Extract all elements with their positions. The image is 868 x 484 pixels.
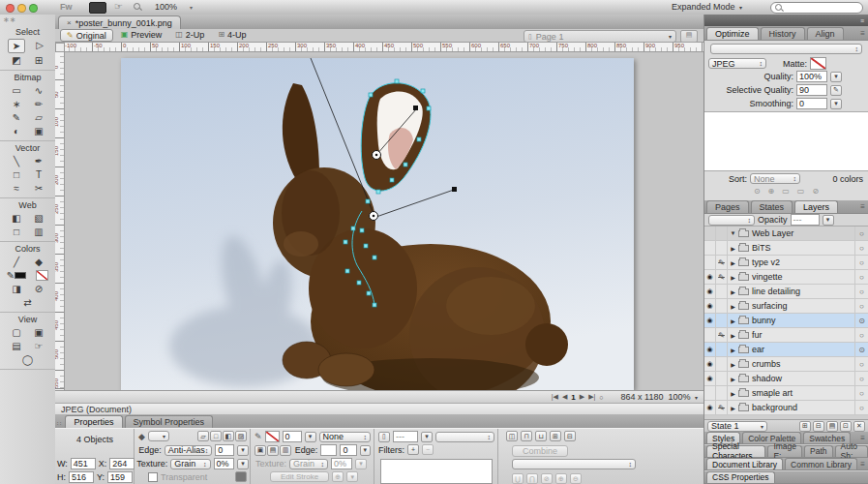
selective-quality-field[interactable]: 90	[796, 84, 827, 96]
layer-row[interactable]: ✎▶fur○	[704, 328, 868, 343]
expand-arrow[interactable]: ▶	[728, 245, 738, 252]
panel-menu-icon[interactable]: ≡	[860, 202, 865, 211]
visibility-toggle[interactable]: ◉	[704, 299, 716, 313]
slice-tool[interactable]: ▧	[31, 212, 46, 225]
default-colors-button[interactable]: ◨	[9, 283, 24, 295]
layer-opacity-arrow[interactable]: ▾	[823, 215, 834, 226]
add-color-button[interactable]: ⊙	[754, 187, 761, 196]
hide-slices-tool[interactable]: □	[9, 226, 24, 238]
layer-row[interactable]: ◉▶shadow○	[704, 372, 868, 386]
layer-row[interactable]: ◉▶line detailing○	[704, 285, 868, 299]
inset-path-button[interactable]: ⊖	[570, 473, 582, 484]
quality-arrow[interactable]: ▾	[830, 72, 842, 82]
eraser-tool[interactable]: ▱	[31, 111, 46, 124]
blend-mode-select[interactable]: ↕	[435, 432, 494, 442]
vertical-ruler[interactable]: 050100150200250300350400450500550	[55, 52, 65, 390]
no-color-button[interactable]: ⊘	[31, 283, 46, 295]
layer-row[interactable]: ✎▶type v2○	[704, 256, 868, 270]
layer-row[interactable]: ▶BiTS○	[704, 241, 868, 256]
saved-settings-select[interactable]: ↕	[710, 44, 862, 54]
stroke-color-well[interactable]: ✎	[6, 269, 27, 282]
ruler-corner[interactable]	[55, 43, 65, 52]
page-selector[interactable]: ▯ Page 1 ▾	[524, 30, 676, 43]
stroke-size-arrow[interactable]: ▾	[305, 432, 316, 442]
visibility-toggle[interactable]	[704, 328, 716, 342]
tab-align[interactable]: Align	[807, 27, 844, 40]
expand-arrow[interactable]: ▶	[728, 361, 738, 368]
tab-document-library[interactable]: Document Library	[706, 458, 783, 469]
zoom-dropdown-arrow-icon[interactable]: ▾	[190, 4, 193, 11]
view-original-button[interactable]: ✎Original	[60, 29, 113, 42]
tab-image-e-[interactable]: Image E:	[767, 445, 802, 457]
layer-state-radio[interactable]: ⊙	[854, 314, 868, 327]
matte-color-swatch[interactable]	[810, 57, 826, 70]
lasso-tool[interactable]: ∿	[31, 84, 46, 97]
layer-row[interactable]: ◉✎▶vingette○	[704, 270, 868, 285]
paint-bucket-tool[interactable]: ◆	[31, 256, 46, 268]
first-state-button[interactable]: |◀	[552, 393, 558, 401]
visibility-toggle[interactable]	[704, 241, 716, 255]
hotspot-tool[interactable]: ◧	[9, 212, 24, 225]
layer-state-radio[interactable]: ○	[854, 372, 868, 385]
visibility-toggle[interactable]: ◉	[704, 285, 716, 298]
stroke-center-button[interactable]: ▤	[267, 445, 279, 456]
expand-arrow[interactable]: ▼	[728, 230, 738, 236]
layer-row[interactable]: ▶smaple art○	[704, 386, 868, 401]
stroke-edge-amount-field[interactable]: 0	[340, 444, 356, 456]
canvas[interactable]	[121, 58, 634, 390]
tab-pages[interactable]: Pages	[706, 200, 749, 213]
lock-toggle[interactable]	[716, 372, 728, 385]
layer-state-radio[interactable]: ○	[854, 357, 868, 371]
selective-quality-edit-button[interactable]: ✎	[830, 85, 842, 96]
expand-arrow[interactable]: ▶	[728, 259, 738, 266]
combine-button[interactable]: Combine	[512, 445, 568, 457]
next-state-button[interactable]: ▶	[580, 393, 584, 401]
tab-css-properties[interactable]: CSS Properties	[706, 471, 775, 483]
full-screen-button[interactable]: ▤	[9, 340, 24, 352]
export-format-select[interactable]: JPEG↕	[708, 58, 766, 69]
onion-skin-button[interactable]: ⊟	[813, 421, 824, 432]
lock-toggle[interactable]: ✎	[716, 328, 728, 342]
workspace-mode-select[interactable]: Expanded Mode ▾	[672, 2, 742, 12]
panel-menu-icon[interactable]: ≡	[860, 460, 865, 469]
state-select[interactable]: State 1▾	[707, 421, 767, 432]
distribute-states-button[interactable]: ⊞	[799, 421, 811, 432]
visibility-toggle[interactable]: ◉	[704, 314, 716, 327]
minimize-window-button[interactable]	[17, 4, 26, 13]
tab-path[interactable]: Path	[804, 445, 833, 457]
view-4-up-button[interactable]: ⊞4-Up	[212, 29, 252, 40]
union-button[interactable]: ◫	[506, 431, 518, 441]
lock-toggle[interactable]	[716, 299, 728, 313]
lock-toggle[interactable]	[716, 314, 728, 327]
layer-row[interactable]: ▼Web Layer○	[704, 227, 868, 241]
lock-toggle[interactable]	[716, 386, 728, 400]
expand-arrow[interactable]: ▶	[728, 318, 738, 324]
height-field[interactable]: 516	[69, 471, 94, 483]
marquee-tool[interactable]: ▭	[9, 84, 24, 97]
page-options-button[interactable]: ▤	[680, 30, 698, 43]
punch-button[interactable]: ⊔	[535, 431, 547, 441]
fill-texture-amount-field[interactable]: 0%	[214, 458, 235, 469]
close-window-button[interactable]	[6, 4, 15, 13]
play-button[interactable]: ○	[599, 394, 603, 401]
magic-wand-tool[interactable]: ∗	[9, 98, 24, 110]
intersect-button[interactable]: ⊓	[521, 431, 532, 441]
layer-state-radio[interactable]: ○	[854, 256, 868, 269]
visibility-toggle[interactable]: ◉	[704, 270, 716, 284]
standard-screen-button[interactable]: ▢	[9, 326, 24, 339]
tab-history[interactable]: History	[761, 27, 805, 40]
search-input[interactable]	[770, 2, 863, 14]
opacity-arrow[interactable]: ▾	[421, 432, 433, 442]
expand-arrow[interactable]: ▶	[728, 288, 738, 295]
fill-color-well[interactable]	[34, 269, 49, 282]
fill-edge-amount-field[interactable]: 0	[215, 444, 234, 456]
transparent-checkbox[interactable]	[148, 472, 158, 482]
scale-tool[interactable]: ◩	[9, 54, 24, 67]
rectangle-tool[interactable]: □	[9, 168, 24, 181]
brush-tool[interactable]: ✏	[31, 98, 46, 110]
tab-common-library[interactable]: Common Library	[785, 458, 857, 469]
zoom-window-button[interactable]	[29, 4, 38, 13]
lock-toggle[interactable]	[716, 343, 728, 356]
lock-toggle[interactable]	[716, 241, 728, 255]
magnify-icon[interactable]	[134, 3, 142, 14]
